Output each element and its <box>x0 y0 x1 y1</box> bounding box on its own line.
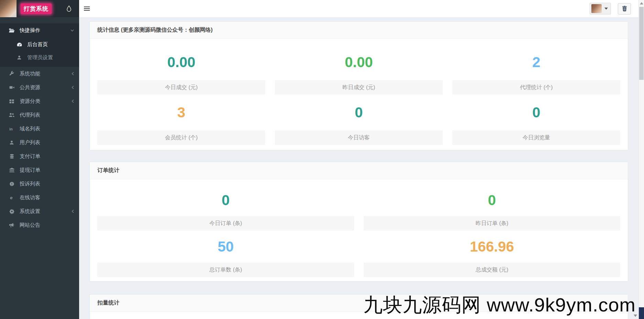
scrollbar-thumb[interactable] <box>639 7 644 80</box>
topbar <box>79 0 638 17</box>
sidebar-menu: 快捷操作后台首页管理员设置系统功能公共资源资源分类代理列表in域名列表用户列表支… <box>0 17 79 232</box>
stat-value: 50 <box>97 231 354 263</box>
sidebar-item-快捷操作[interactable]: 快捷操作 <box>0 23 79 37</box>
sidebar-item-label: 投诉列表 <box>20 181 74 187</box>
scrollbar[interactable] <box>638 0 644 319</box>
submenu: 后台首页管理员设置 <box>0 37 79 67</box>
sidebar-item-网站公告[interactable]: 网站公告 <box>0 218 79 232</box>
edge-icon: e <box>8 195 15 200</box>
user-icon <box>8 140 15 145</box>
trash-button[interactable] <box>618 3 631 14</box>
orders-card-title: 订单统计 <box>90 162 628 179</box>
wrench-icon <box>8 71 15 76</box>
svg-text:e: e <box>10 195 12 200</box>
app-title: 打赏系统 <box>21 3 52 14</box>
dashboard-icon <box>16 42 23 47</box>
stats-grid: 0.00今日成交 (元)0.00昨日成交 (元)2代理统计 (个)3会员统计 (… <box>97 44 620 145</box>
sidebar-item-资源分类[interactable]: 资源分类 <box>0 94 79 108</box>
treeview-open: 快捷操作后台首页管理员设置 <box>0 23 79 67</box>
sidebar-item-label: 域名列表 <box>20 126 74 132</box>
exclamation-circle-icon <box>8 181 15 187</box>
stats-card: 统计信息 (更多亲测源码微信公众号：创颜网络) 0.00今日成交 (元)0.00… <box>89 21 628 150</box>
gear-icon <box>8 209 15 214</box>
topbar-right <box>590 3 638 14</box>
stat-cell: 3会员统计 (个) <box>97 95 265 145</box>
sidebar-item-label: 管理员设置 <box>27 54 74 61</box>
stat-cell: 0今日浏览量 <box>452 95 620 145</box>
stat-cell: 50总订单数 (条) <box>97 231 354 277</box>
scroll-up-icon[interactable] <box>640 2 643 4</box>
user-dropdown-button[interactable] <box>590 3 611 14</box>
sidebar-item-label: 在线访客 <box>20 194 74 201</box>
sidebar-item-label: 网站公告 <box>20 222 74 228</box>
bank-icon <box>8 168 15 173</box>
trash-icon <box>622 6 627 11</box>
stat-cell: 0今日访客 <box>275 95 443 145</box>
stat-value: 0.00 <box>97 44 265 80</box>
stat-value: 3 <box>97 95 265 130</box>
grid-icon <box>8 99 15 104</box>
stat-cell: 0.00今日成交 (元) <box>97 44 265 95</box>
linkedin-icon: in <box>8 126 15 131</box>
sidebar-item-系统功能[interactable]: 系统功能 <box>0 67 79 81</box>
sidebar-item-label: 快捷操作 <box>20 27 70 34</box>
stat-cell: 2代理统计 (个) <box>452 44 620 95</box>
video-icon <box>8 85 15 90</box>
sidebar-item-管理员设置[interactable]: 管理员设置 <box>0 51 79 64</box>
sidebar-item-label: 系统功能 <box>20 71 71 77</box>
stat-value: 0 <box>364 184 620 216</box>
stat-label: 会员统计 (个) <box>97 130 265 145</box>
stat-label: 昨日成交 (元) <box>275 80 443 95</box>
stat-label: 今日成交 (元) <box>97 80 265 95</box>
chevron-left-icon <box>71 209 74 213</box>
sidebar-item-在线访客[interactable]: e在线访客 <box>0 191 79 204</box>
stat-label: 代理统计 (个) <box>452 80 620 95</box>
sidebar-item-label: 支付订单 <box>20 153 74 160</box>
sidebar-item-支付订单[interactable]: 支付订单 <box>0 149 79 163</box>
user-icon <box>16 55 23 60</box>
sidebar-item-域名列表[interactable]: in域名列表 <box>0 122 79 136</box>
chevron-left-icon <box>71 72 74 76</box>
stat-value: 0 <box>452 95 620 130</box>
sidebar-logo[interactable]: 打赏系统 <box>0 0 79 17</box>
chevron-left-icon <box>71 85 74 89</box>
stat-label: 总成交额 (元) <box>364 263 620 277</box>
sidebar-item-公共资源[interactable]: 公共资源 <box>0 81 79 94</box>
stat-value: 0 <box>97 184 354 216</box>
stat-value: 166.96 <box>364 231 620 263</box>
orders-card: 订单统计 0今日订单 (条)0昨日订单 (条)50总订单数 (条)166.96总… <box>89 162 628 281</box>
sidebar-item-提现订单[interactable]: 提现订单 <box>0 163 79 177</box>
menu-toggle-button[interactable] <box>79 0 94 17</box>
sidebar-item-系统设置[interactable]: 系统设置 <box>0 204 79 218</box>
sidebar-item-代理列表[interactable]: 代理列表 <box>0 108 79 122</box>
scrollbar-corner <box>639 307 644 319</box>
logo-avatar <box>0 0 17 17</box>
stat-label: 昨日订单 (条) <box>364 216 620 231</box>
sidebar-item-label: 系统设置 <box>20 208 71 215</box>
orders-grid: 0今日订单 (条)0昨日订单 (条)50总订单数 (条)166.96总成交额 (… <box>97 184 620 277</box>
sidebar-item-label: 后台首页 <box>27 41 74 48</box>
svg-text:in: in <box>9 127 13 131</box>
chevron-down-icon <box>70 29 74 32</box>
sidebar-item-label: 用户列表 <box>20 139 74 146</box>
sidebar: 打赏系统 快捷操作后台首页管理员设置系统功能公共资源资源分类代理列表in域名列表… <box>0 0 79 319</box>
stat-cell: 0今日订单 (条) <box>97 184 354 231</box>
sidebar-item-label: 公共资源 <box>20 84 71 91</box>
folder-open-icon <box>8 28 15 33</box>
stats-card-title: 统计信息 (更多亲测源码微信公众号：创颜网络) <box>90 22 628 39</box>
stat-value: 2 <box>452 44 620 80</box>
sidebar-item-后台首页[interactable]: 后台首页 <box>0 38 79 51</box>
sidebar-item-label: 提现订单 <box>20 167 74 173</box>
bullhorn-icon <box>8 223 15 228</box>
stat-cell: 166.96总成交额 (元) <box>364 231 620 277</box>
caret-down-icon <box>604 8 608 10</box>
chevron-left-icon <box>71 99 74 103</box>
database-icon <box>8 154 15 159</box>
stat-label: 今日订单 (条) <box>97 216 354 231</box>
sidebar-item-投诉列表[interactable]: 投诉列表 <box>0 177 79 191</box>
stat-label: 今日访客 <box>275 130 443 145</box>
sidebar-item-用户列表[interactable]: 用户列表 <box>0 136 79 149</box>
stat-cell: 0昨日订单 (条) <box>364 184 620 231</box>
users-icon <box>8 113 15 117</box>
watermark: 九块九源码网 www.9k9ym.com <box>363 292 636 318</box>
